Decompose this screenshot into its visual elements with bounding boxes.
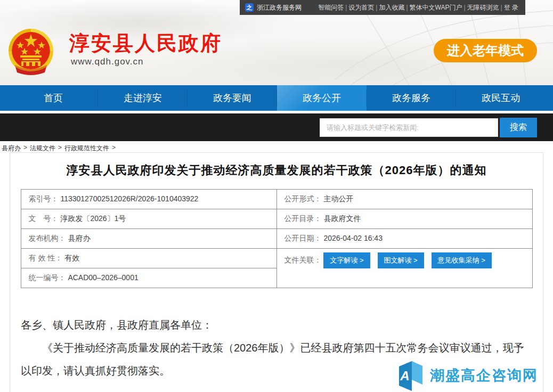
top-link-smart-qa[interactable]: 智能问答 [316,3,345,12]
zhejiang-portal-label: 浙江政务服务网 [257,3,302,12]
nav-item-home[interactable]: 首页 [9,85,98,111]
meta-value: 淳政发〔2026〕1号 [60,214,126,223]
meta-cell-index-number: 索引号： 11330127002512026R/2026-1010403922 [21,190,276,209]
zhejiang-portal-link[interactable]: 之 浙江政务服务网 [245,3,302,12]
meta-value: 2026-04-02 16:43 [323,234,383,242]
article-salutation: 各乡、镇人民政府，县政府直属各单位： [21,314,532,337]
opinion-collection-button[interactable]: 意见收集采纳 > [432,252,492,268]
meta-value: 县政府文件 [323,214,361,223]
site-header: 之 浙江政务服务网 智能问答 | 设为首页 | 加入收藏 | 繁体中文WAP门户… [0,0,553,85]
table-row: 文 号： 淳政发〔2026〕1号 公开目录： 县政府文件 [21,209,532,229]
meta-cell-issuing-agency: 发布机构： 县府办 [21,229,276,249]
search-button[interactable]: 搜索 [500,118,537,137]
top-link-traditional-wap[interactable]: 繁体中文WAP门户 [408,3,464,12]
meta-value: 有效 [64,254,79,262]
top-link-accessibility[interactable]: 无障碍浏览 [466,3,501,12]
article-title: 淳安县人民政府印发关于推动经济高质量发展的若干政策（2026年版）的通知 [37,162,516,178]
consulting-site-watermark[interactable]: A 潮盛高企咨询网 [398,360,538,391]
meta-cell-disclosure-catalog: 公开目录： 县政府文件 [276,209,532,229]
nav-item-about-chunan[interactable]: 走进淳安 [98,85,188,111]
top-utility-bar: 之 浙江政务服务网 智能问答 | 设为首页 | 加入收藏 | 繁体中文WAP门户… [240,0,525,15]
breadcrumb-separator: > [112,144,116,151]
breadcrumb-county-office[interactable]: 县府办 [2,144,21,151]
zhejiang-portal-icon: 之 [245,3,254,12]
top-link-set-homepage[interactable]: 设为首页 [347,3,376,12]
meta-label: 公开形式： [284,194,322,203]
meta-label: 索引号： [29,194,59,203]
watermark-logo-letter: A [400,369,409,383]
breadcrumb-normative-files[interactable]: 行政规范性文件 [64,144,109,151]
nav-item-gov-news[interactable]: 政务要闻 [188,85,277,111]
meta-cell-file-relations: 文件关联： 文字解读 > 图文解读 > 意见收集采纳 > [276,249,532,288]
article-panel: 淳安县人民政府印发关于推动经济高质量发展的若干政策（2026年版）的通知 索引号… [10,152,543,392]
meta-cell-disclosure-form: 公开形式： 主动公开 [276,190,532,209]
document-meta-table: 索引号： 11330127002512026R/2026-1010403922 … [21,189,533,288]
meta-cell-validity: 有 效 性： 有效 [21,249,276,268]
top-link-login[interactable]: 登 录 [502,3,520,12]
graphic-interpretation-button[interactable]: 图文解读 > [378,252,424,268]
breadcrumb: 县府办 > 法规文件 > 行政规范性文件 > [0,141,553,152]
meta-label: 文件关联： [284,256,322,264]
nav-item-public-interaction[interactable]: 政民互动 [456,85,546,111]
meta-value: 主动公开 [323,194,353,203]
meta-label: 统一编号： [29,273,66,282]
meta-label: 有 效 性： [29,254,63,262]
breadcrumb-regulation-files[interactable]: 法规文件 [30,144,55,151]
meta-label: 公开日期： [284,234,322,242]
meta-value: 11330127002512026R/2026-1010403922 [60,194,198,203]
search-bar: 搜索 [0,113,553,141]
meta-cell-unified-number: 统一编号： ACAD00–2026–0001 [21,268,276,288]
text-interpretation-button[interactable]: 文字解读 > [323,252,370,268]
breadcrumb-separator: > [58,144,62,151]
meta-label: 公开目录： [284,214,322,223]
nav-item-gov-services[interactable]: 政务服务 [367,85,456,111]
table-row: 索引号： 11330127002512026R/2026-1010403922 … [21,190,532,209]
breadcrumb-separator: > [23,144,27,151]
meta-value: ACAD00–2026–0001 [68,273,138,282]
search-input[interactable] [320,118,498,137]
table-row: 发布机构： 县府办 公开日期： 2026-04-02 16:43 [21,229,532,249]
watermark-logo-icon: A [398,360,424,391]
meta-label: 文 号： [29,214,59,223]
meta-cell-document-number: 文 号： 淳政发〔2026〕1号 [21,209,276,229]
watermark-text: 潮盛高企咨询网 [430,366,538,385]
top-link-add-favorite[interactable]: 加入收藏 [377,3,406,12]
meta-label: 发布机构： [29,234,66,242]
meta-value: 县府办 [68,234,90,242]
site-title[interactable]: 淳安县人民政府 [69,30,222,57]
top-links: 智能问答 | 设为首页 | 加入收藏 | 繁体中文WAP门户 | 无障碍浏览 |… [316,3,520,12]
elderly-mode-button[interactable]: 进入老年模式 [434,39,537,62]
nav-item-gov-disclosure[interactable]: 政务公开 [277,85,367,111]
main-navigation: 首页 走进淳安 政务要闻 政务公开 政务服务 政民互动 [0,85,553,111]
site-url: www.qdh.gov.cn [71,56,144,67]
national-emblem-logo [4,28,58,77]
table-row: 有 效 性： 有效 文件关联： 文字解读 > 图文解读 > 意见收集采纳 > [21,249,532,268]
meta-cell-disclosure-date: 公开日期： 2026-04-02 16:43 [276,229,532,249]
